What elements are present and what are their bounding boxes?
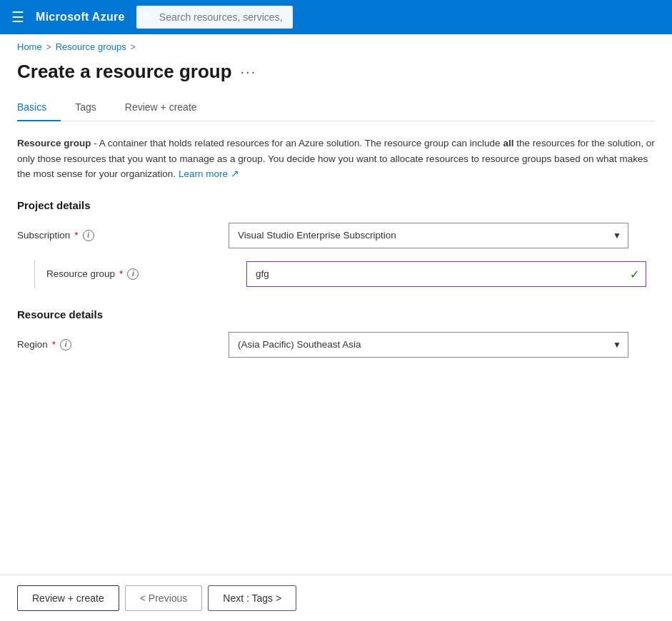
page-header: Create a resource group ··· (0, 58, 672, 94)
page-menu-dots-icon[interactable]: ··· (241, 64, 257, 80)
description-bold: Resource group (17, 138, 91, 148)
hamburger-menu-icon[interactable]: ☰ (11, 9, 24, 26)
subscription-row: Subscription * i Visual Studio Enterpris… (17, 223, 655, 248)
breadcrumb-home[interactable]: Home (17, 41, 42, 52)
subscription-select[interactable]: Visual Studio Enterprise Subscription (229, 223, 628, 248)
subscription-label: Subscription * i (17, 230, 217, 241)
learn-more-link[interactable]: Learn more ↗ (179, 168, 239, 179)
description-bold2: all (503, 138, 513, 148)
tab-basics[interactable]: Basics (17, 94, 61, 121)
breadcrumb: Home > Resource groups > (0, 34, 672, 58)
search-wrapper: 🔍 (136, 6, 293, 29)
subscription-info-icon[interactable]: i (83, 230, 94, 241)
resource-group-info-icon[interactable]: i (127, 268, 139, 280)
resource-group-input-wrapper: ✓ (246, 261, 646, 287)
tabs: Basics Tags Review + create (17, 94, 655, 121)
resource-group-required: * (119, 268, 123, 279)
topbar: ☰ Microsoft Azure 🔍 (0, 0, 672, 34)
resource-details-section: Resource details Region * i (Asia Pacifi… (17, 308, 655, 358)
region-label: Region * i (17, 339, 217, 350)
resource-group-input[interactable] (246, 261, 646, 287)
project-details-section: Project details Subscription * i Visual … (17, 199, 655, 288)
app-title: Microsoft Azure (36, 11, 125, 24)
tab-tags[interactable]: Tags (61, 94, 111, 121)
subscription-label-text: Subscription (17, 230, 70, 241)
resource-group-container: Resource group * i ✓ (17, 260, 655, 288)
region-info-icon[interactable]: i (60, 339, 71, 350)
main-content: Basics Tags Review + create Resource gro… (0, 94, 672, 358)
breadcrumb-sep-2: > (131, 42, 136, 52)
resource-group-label: Resource group * i (46, 268, 246, 280)
region-select-wrapper: (Asia Pacific) Southeast Asia ▼ (229, 332, 628, 358)
description-text1: - A container that holds related resourc… (91, 138, 503, 148)
region-label-text: Region (17, 339, 48, 350)
region-row: Region * i (Asia Pacific) Southeast Asia… (17, 332, 655, 358)
region-required: * (52, 339, 56, 350)
subscription-select-wrapper: Visual Studio Enterprise Subscription ▼ (229, 223, 628, 248)
subscription-required: * (74, 230, 78, 241)
page-title: Create a resource group (17, 61, 232, 83)
resource-details-title: Resource details (17, 308, 655, 320)
breadcrumb-sep-1: > (46, 42, 51, 52)
search-input[interactable] (136, 6, 293, 29)
external-link-icon: ↗ (231, 168, 239, 179)
tab-review-create[interactable]: Review + create (111, 94, 211, 121)
resource-group-label-text: Resource group (46, 268, 115, 279)
indent-line (34, 260, 35, 288)
breadcrumb-resource-groups[interactable]: Resource groups (56, 41, 126, 52)
description-box: Resource group - A container that holds … (17, 136, 655, 182)
region-select[interactable]: (Asia Pacific) Southeast Asia (229, 332, 628, 358)
project-details-title: Project details (17, 199, 655, 211)
